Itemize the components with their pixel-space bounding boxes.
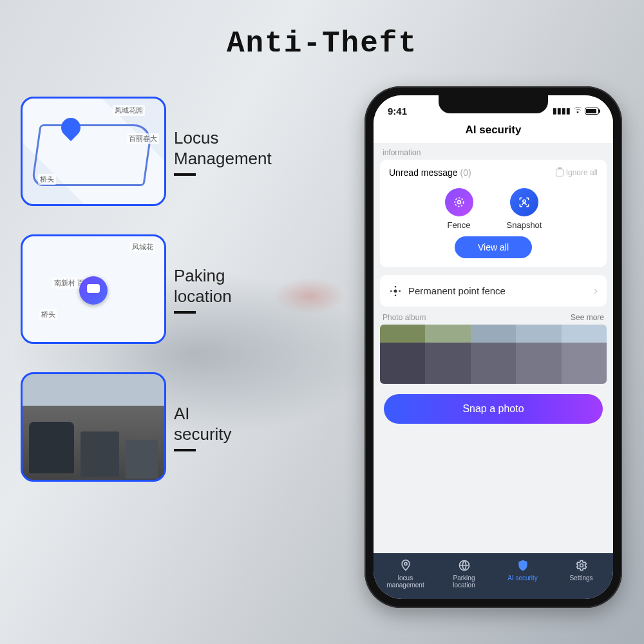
signal-icon: ▮▮▮▮: [553, 106, 571, 115]
feature-title-line1: Locus: [174, 128, 272, 149]
phone-frame: 9:41 ▮▮▮▮ AI security information Unread…: [365, 86, 622, 608]
svg-point-7: [399, 290, 401, 292]
chevron-right-icon: ›: [594, 284, 598, 298]
globe-icon: [457, 558, 471, 573]
svg-point-8: [404, 562, 406, 565]
svg-point-4: [395, 286, 397, 288]
snapshot-button[interactable]: Snapshot: [507, 188, 542, 230]
map-label: 凤城花园: [113, 105, 145, 116]
svg-point-10: [580, 564, 583, 567]
tab-ai-security[interactable]: AI security: [493, 558, 552, 589]
see-more-button[interactable]: See more: [571, 313, 604, 322]
tab-parking[interactable]: Parkinglocation: [435, 558, 493, 589]
feature-list: 凤城花园 百丽春大 桥头 Locus Management 凤城花 南新村 百丽…: [21, 97, 336, 482]
tab-locus[interactable]: locusmanagement: [376, 558, 435, 589]
underline: [174, 173, 196, 176]
feature-parking-thumb: 凤城花 南新村 百丽 桥头: [21, 234, 166, 344]
feature-title-line1: Paking: [174, 265, 232, 287]
unread-message-label: Unread message (0): [389, 167, 471, 178]
gear-icon: [574, 558, 589, 573]
car-icon: [87, 284, 100, 293]
underline: [174, 311, 196, 314]
svg-point-6: [390, 290, 392, 292]
feature-parking: 凤城花 南新村 百丽 桥头 Paking location: [21, 234, 336, 344]
section-label-information: information: [374, 143, 613, 160]
map-label: 百丽春大: [127, 133, 159, 144]
wifi-icon: [573, 106, 582, 115]
phone-notch: [439, 95, 548, 113]
ignore-all-button[interactable]: Ignore all: [556, 168, 598, 177]
status-time: 9:41: [388, 106, 407, 117]
view-all-button[interactable]: View all: [455, 236, 532, 258]
underline: [174, 449, 196, 451]
battery-icon: [585, 108, 599, 115]
feature-title-line2: Management: [174, 148, 272, 169]
fence-button[interactable]: Fence: [445, 188, 473, 230]
information-card: Unread message (0) Ignore all Fence: [380, 160, 607, 267]
pin-icon: [399, 558, 413, 573]
permanent-fence-row[interactable]: Permanent point fence ›: [380, 275, 607, 307]
feature-locus-thumb: 凤城花园 百丽春大 桥头: [21, 97, 166, 206]
svg-point-1: [455, 198, 463, 206]
app-header-title: AI security: [374, 121, 613, 143]
feature-title-line2: location: [174, 286, 232, 307]
tab-bar: locusmanagement Parkinglocation AI secur…: [374, 553, 613, 599]
svg-point-5: [395, 294, 397, 296]
phone-screen: 9:41 ▮▮▮▮ AI security information Unread…: [374, 95, 613, 599]
feature-ai-security: AI security: [21, 372, 336, 482]
snap-photo-button[interactable]: Snap a photo: [384, 394, 603, 424]
snapshot-icon: [510, 188, 538, 216]
page-title: Anti-Theft: [0, 27, 644, 61]
feature-title-line1: AI: [174, 403, 232, 424]
fence-icon: [445, 188, 473, 216]
map-label: 凤城花: [130, 242, 155, 252]
svg-point-2: [523, 200, 526, 202]
feature-title-line2: security: [174, 424, 232, 445]
map-label: 桥头: [38, 174, 56, 185]
svg-point-0: [457, 201, 460, 204]
tab-settings[interactable]: Settings: [552, 558, 611, 589]
map-label: 桥头: [39, 309, 57, 320]
photo-album-label: Photo album: [383, 313, 426, 322]
trash-icon: [556, 169, 564, 176]
feature-locus: 凤城花园 百丽春大 桥头 Locus Management: [21, 97, 336, 206]
shield-icon: [516, 558, 530, 573]
feature-ai-thumb: [21, 372, 166, 482]
point-fence-icon: [389, 285, 402, 298]
photo-album-strip[interactable]: [380, 325, 607, 384]
svg-point-3: [394, 289, 397, 292]
